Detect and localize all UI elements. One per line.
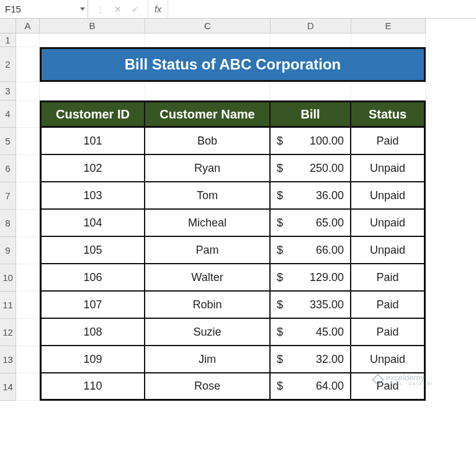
cell[interactable] bbox=[16, 319, 40, 346]
table-cell-id[interactable]: 103 bbox=[40, 182, 145, 210]
cell[interactable] bbox=[16, 82, 40, 100]
row-header[interactable]: 14 bbox=[0, 373, 16, 401]
table-cell-status[interactable]: Paid bbox=[351, 373, 426, 401]
cell[interactable] bbox=[145, 33, 271, 47]
cell[interactable] bbox=[16, 292, 40, 319]
table-cell-id[interactable]: 110 bbox=[40, 373, 145, 401]
formula-input[interactable] bbox=[168, 0, 476, 18]
cell[interactable] bbox=[16, 373, 40, 401]
table-cell-name[interactable]: Tom bbox=[145, 182, 271, 210]
row-header[interactable]: 10 bbox=[0, 264, 16, 292]
table-cell-bill[interactable]: $36.00 bbox=[271, 182, 351, 210]
cell[interactable] bbox=[16, 100, 40, 128]
table-cell-bill[interactable]: $129.00 bbox=[271, 264, 351, 292]
select-all-corner[interactable] bbox=[0, 19, 16, 33]
cell[interactable] bbox=[40, 82, 145, 100]
cell[interactable] bbox=[16, 182, 40, 210]
col-header-B[interactable]: B bbox=[40, 19, 145, 33]
table-cell-bill[interactable]: $66.00 bbox=[271, 237, 351, 264]
table-cell-id[interactable]: 105 bbox=[40, 237, 145, 264]
spreadsheet-grid: A B C D E 1 2 Bill Status of ABC Corpora… bbox=[0, 19, 476, 401]
cell[interactable] bbox=[16, 155, 40, 182]
table-cell-bill[interactable]: $250.00 bbox=[271, 155, 351, 182]
row-header[interactable]: 7 bbox=[0, 182, 16, 210]
table-cell-name[interactable]: Suzie bbox=[145, 319, 271, 346]
cell[interactable] bbox=[351, 33, 426, 47]
row-header[interactable]: 4 bbox=[0, 100, 16, 128]
table-cell-bill[interactable]: $64.00 bbox=[271, 373, 351, 401]
table-cell-status[interactable]: Unpaid bbox=[351, 182, 426, 210]
cell[interactable] bbox=[145, 82, 271, 100]
dots-icon: ⋮ bbox=[92, 4, 109, 14]
table-cell-id[interactable]: 106 bbox=[40, 264, 145, 292]
cell[interactable] bbox=[16, 346, 40, 373]
table-cell-id[interactable]: 101 bbox=[40, 128, 145, 155]
cell[interactable] bbox=[40, 33, 145, 47]
chevron-down-icon[interactable] bbox=[80, 7, 85, 11]
table-cell-status[interactable]: Paid bbox=[351, 128, 426, 155]
row-header[interactable]: 3 bbox=[0, 82, 16, 100]
row-header[interactable]: 1 bbox=[0, 33, 16, 47]
row-header[interactable]: 13 bbox=[0, 346, 16, 373]
row-header[interactable]: 11 bbox=[0, 292, 16, 319]
cell[interactable] bbox=[351, 82, 426, 100]
table-cell-name[interactable]: Bob bbox=[145, 128, 271, 155]
row-header[interactable]: 6 bbox=[0, 155, 16, 182]
col-header-C[interactable]: C bbox=[145, 19, 271, 33]
row-header[interactable]: 5 bbox=[0, 128, 16, 155]
table-cell-status[interactable]: Unpaid bbox=[351, 237, 426, 264]
table-cell-name[interactable]: Micheal bbox=[145, 210, 271, 237]
cell[interactable] bbox=[16, 33, 40, 47]
table-cell-name[interactable]: Rose bbox=[145, 373, 271, 401]
table-cell-id[interactable]: 102 bbox=[40, 155, 145, 182]
table-cell-status[interactable]: Paid bbox=[351, 292, 426, 319]
cell[interactable] bbox=[16, 128, 40, 155]
cancel-button[interactable]: ✕ bbox=[109, 4, 127, 14]
row-header[interactable]: 8 bbox=[0, 210, 16, 237]
table-cell-id[interactable]: 107 bbox=[40, 292, 145, 319]
table-header-status[interactable]: Status bbox=[351, 100, 426, 128]
col-header-E[interactable]: E bbox=[351, 19, 426, 33]
table-cell-name[interactable]: Ryan bbox=[145, 155, 271, 182]
table-cell-bill[interactable]: $65.00 bbox=[271, 210, 351, 237]
table-cell-name[interactable]: Walter bbox=[145, 264, 271, 292]
cell[interactable] bbox=[16, 47, 40, 82]
formula-bar: F15 ⋮ ✕ ✓ fx bbox=[0, 0, 476, 19]
table-cell-bill[interactable]: $335.00 bbox=[271, 292, 351, 319]
table-cell-status[interactable]: Unpaid bbox=[351, 155, 426, 182]
table-cell-bill[interactable]: $100.00 bbox=[271, 128, 351, 155]
col-header-A[interactable]: A bbox=[16, 19, 40, 33]
name-box[interactable]: F15 bbox=[0, 0, 88, 18]
table-cell-id[interactable]: 108 bbox=[40, 319, 145, 346]
enter-button[interactable]: ✓ bbox=[127, 4, 144, 14]
table-cell-status[interactable]: Paid bbox=[351, 319, 426, 346]
row-header[interactable]: 2 bbox=[0, 47, 16, 82]
table-header-id[interactable]: Customer ID bbox=[40, 100, 145, 128]
fx-label[interactable]: fx bbox=[148, 0, 168, 18]
table-cell-bill[interactable]: $32.00 bbox=[271, 346, 351, 373]
table-cell-name[interactable]: Jim bbox=[145, 346, 271, 373]
formula-buttons: ⋮ ✕ ✓ bbox=[88, 0, 148, 18]
table-cell-status[interactable]: Paid bbox=[351, 264, 426, 292]
cell[interactable] bbox=[271, 33, 351, 47]
cell[interactable] bbox=[16, 237, 40, 264]
table-header-name[interactable]: Customer Name bbox=[145, 100, 271, 128]
row-header[interactable]: 9 bbox=[0, 237, 16, 264]
table-cell-bill[interactable]: $45.00 bbox=[271, 319, 351, 346]
cell[interactable] bbox=[16, 264, 40, 292]
table-header-bill[interactable]: Bill bbox=[271, 100, 351, 128]
col-header-D[interactable]: D bbox=[271, 19, 351, 33]
name-box-value: F15 bbox=[5, 4, 78, 14]
row-header[interactable]: 12 bbox=[0, 319, 16, 346]
table-cell-id[interactable]: 109 bbox=[40, 346, 145, 373]
sheet-title[interactable]: Bill Status of ABC Corporation bbox=[40, 47, 426, 82]
table-cell-name[interactable]: Robin bbox=[145, 292, 271, 319]
cell[interactable] bbox=[271, 82, 351, 100]
table-cell-id[interactable]: 104 bbox=[40, 210, 145, 237]
table-cell-status[interactable]: Unpaid bbox=[351, 346, 426, 373]
table-cell-status[interactable]: Unpaid bbox=[351, 210, 426, 237]
table-cell-name[interactable]: Pam bbox=[145, 237, 271, 264]
cell[interactable] bbox=[16, 210, 40, 237]
